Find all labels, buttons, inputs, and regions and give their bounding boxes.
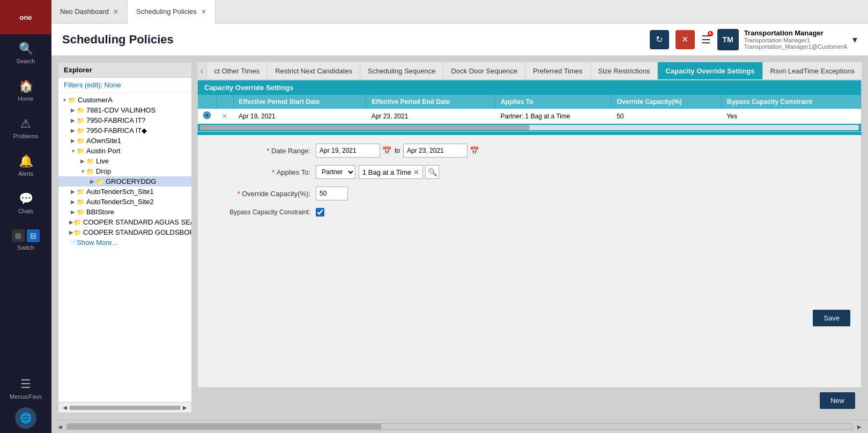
tab-scroll-left[interactable]: ‹ <box>197 62 207 79</box>
page-title: Scheduling Policies <box>62 33 174 47</box>
tab-rsvn-leadtime[interactable]: Rsvn LeadTime Exceptions <box>763 62 862 79</box>
end-date-input[interactable] <box>403 144 468 158</box>
date-range-label: * Date Range: <box>209 147 316 155</box>
sidebar-item-alerts[interactable]: 🔔 Alerts <box>0 147 51 184</box>
tree-item-cooper-aguas[interactable]: ▶ 📁 COOPER STANDARD AGUAS SEALING (3 <box>58 217 191 227</box>
scroll-right-arrow[interactable]: ▶ <box>183 405 187 410</box>
radio-button[interactable] <box>203 111 211 119</box>
tree-item-autotender2[interactable]: ▶ 📁 AutoTenderSch_Site2 <box>58 197 191 207</box>
sidebar-item-chats[interactable]: 💬 Chats <box>0 184 51 222</box>
end-date-calendar-icon[interactable]: 📅 <box>470 146 479 155</box>
tab-restrict-next[interactable]: Restrict Next Candidates <box>268 62 360 79</box>
close-neo-dashboard-tab[interactable]: ✕ <box>113 8 118 16</box>
bottom-scrollbar[interactable] <box>66 423 853 430</box>
tab-neo-dashboard[interactable]: Neo Dashboard ✕ <box>51 0 128 24</box>
tab-capacity-override[interactable]: Capacity Override Settings <box>658 62 762 79</box>
row-delete[interactable]: ✕ <box>216 109 233 124</box>
sidebar-item-search[interactable]: 🔍 Search <box>0 34 51 72</box>
tab-other-times[interactable]: ct Other Times <box>207 62 268 79</box>
tag-input-container: 1 Bag at a Time ✕ 🔍 <box>359 165 439 179</box>
tree-item-aownsite1[interactable]: ▶ 📁 AOwnSite1 <box>58 136 191 146</box>
expand-icon: ▶ <box>69 107 77 113</box>
table-section: Capacity Override Settings Effective Per… <box>197 80 862 132</box>
folder-icon: 📁 <box>77 127 85 135</box>
date-range-row: * Date Range: 📅 to 📅 <box>209 144 850 158</box>
explorer-header: Explorer <box>58 63 191 78</box>
folder-icon: 📁 <box>77 147 85 155</box>
bypass-row: Bypass Capacity Constraint: <box>209 208 850 216</box>
inner-tab-bar: ‹ ct Other Times Restrict Next Candidate… <box>197 62 862 80</box>
tree-item-bbistore[interactable]: ▶ 📁 BBIStore <box>58 207 191 217</box>
sidebar-item-menus[interactable]: ☰ Menus/Favs <box>0 370 51 407</box>
chat-icon: 💬 <box>19 192 33 206</box>
tab-scheduling-sequence[interactable]: Scheduling Sequence <box>360 62 444 79</box>
new-button[interactable]: New <box>820 392 855 409</box>
sidebar-item-problems[interactable]: ⚠ Problems <box>0 109 51 147</box>
expand-icon: ▶ <box>79 158 86 164</box>
tree-item-7950a[interactable]: ▶ 📁 7950-FABRICA IT? <box>58 115 191 125</box>
tree-item-customerA[interactable]: ▾ 📁 CustomerA <box>58 95 191 105</box>
header-actions: ↻ ✕ ☰ ★ TM Transportation Manager Transp… <box>650 29 857 50</box>
bottom-bar: New <box>197 388 862 413</box>
folder-icon: 📁 <box>86 158 94 165</box>
main-panel: ‹ ct Other Times Restrict Next Candidate… <box>197 62 862 413</box>
tag-remove-button[interactable]: ✕ <box>413 168 419 176</box>
tab-dock-door[interactable]: Dock Door Sequence <box>443 62 525 79</box>
tree-item-live[interactable]: ▶ 📁 Live <box>58 156 191 166</box>
top-tab-bar: Neo Dashboard ✕ Scheduling Policies ✕ <box>51 0 868 24</box>
tag-search-button[interactable]: 🔍 <box>425 165 439 179</box>
start-date-input[interactable] <box>316 144 380 158</box>
doc-icon: 📄 <box>69 240 77 245</box>
folder-icon: 📁 <box>77 188 85 196</box>
tab-preferred-times[interactable]: Preferred Times <box>525 62 590 79</box>
tree-item-7881[interactable]: ▶ 📁 7881-CDV VALINHOS <box>58 105 191 115</box>
form-section: * Date Range: 📅 to 📅 <box>197 135 862 388</box>
scroll-left-arrow[interactable]: ◀ <box>63 405 67 410</box>
tree-item-groceryddg[interactable]: ▶ 📁 GROCERYDDG <box>58 176 191 186</box>
folder-icon: 📁 <box>77 137 85 145</box>
tree-item-drop[interactable]: ▾ 📁 Drop <box>58 166 191 176</box>
folder-icon: 📁 <box>86 168 94 175</box>
page-header: Scheduling Policies ↻ ✕ ☰ ★ TM Transport… <box>51 24 868 56</box>
warning-icon: ⚠ <box>20 117 31 131</box>
app-logo[interactable]: one <box>0 0 51 34</box>
avatar: TM <box>717 29 739 50</box>
close-button[interactable]: ✕ <box>676 30 695 49</box>
content-area: Explorer Filters (edit): None ▾ 📁 Custom… <box>51 56 868 420</box>
table-row[interactable]: ✕ Apr 19, 2021 Apr 23, 2021 Partner: 1 B… <box>198 109 861 124</box>
expand-icon: ▶ <box>88 178 96 184</box>
notification-dot: ★ <box>708 31 713 36</box>
tag-item: 1 Bag at a Time ✕ <box>359 165 423 179</box>
expand-icon: ▶ <box>69 117 77 123</box>
tree-item-autotender1[interactable]: ▶ 📁 AutoTenderSch_Site1 <box>58 186 191 197</box>
refresh-button[interactable]: ↻ <box>650 30 669 49</box>
sidebar-item-home[interactable]: 🏠 Home <box>0 72 51 109</box>
globe-button[interactable]: 🌐 <box>15 407 36 429</box>
folder-icon: 📁 <box>77 198 85 206</box>
user-username: Transportation Manager1 <box>744 37 847 43</box>
start-date-calendar-icon[interactable]: 📅 <box>382 146 391 155</box>
tab-scheduling-policies[interactable]: Scheduling Policies ✕ <box>128 0 216 24</box>
sidebar-item-switch[interactable]: ⊞ ⊟ Switch <box>0 222 51 258</box>
close-scheduling-policies-tab[interactable]: ✕ <box>201 8 206 16</box>
tree-item-show-more[interactable]: 📄 Show More... <box>58 237 191 248</box>
delete-icon[interactable]: ✕ <box>221 112 228 121</box>
expand-icon: ▶ <box>69 189 77 195</box>
folder-icon: 📁 <box>68 96 76 104</box>
scroll-right-bottom[interactable]: ▶ <box>857 424 862 430</box>
tree-item-7950b[interactable]: ▶ 📁 7950-FABRICA IT◆ <box>58 125 191 136</box>
row-radio[interactable] <box>198 109 216 124</box>
home-icon: 🏠 <box>19 79 33 93</box>
tab-size-restrictions[interactable]: Size Restrictions <box>591 62 658 79</box>
expand-icon: ▶ <box>69 219 73 225</box>
user-dropdown-arrow[interactable]: ▾ <box>852 34 857 46</box>
tree-item-austin-port[interactable]: ▾ 📁 Austin Port <box>58 146 191 156</box>
scroll-left-bottom[interactable]: ◀ <box>58 424 62 430</box>
bypass-checkbox[interactable] <box>316 208 324 216</box>
tree-item-cooper-goldsboro[interactable]: ▶ 📁 COOPER STANDARD GOLDSBORO <box>58 227 191 237</box>
applies-to-select[interactable]: Partner Site All <box>316 165 355 179</box>
save-button[interactable]: Save <box>813 310 850 326</box>
override-capacity-row: * Override Capacity(%): <box>209 186 850 200</box>
applies-to-row: * Applies To: Partner Site All 1 Bag at … <box>209 165 850 179</box>
override-capacity-input[interactable] <box>316 186 348 200</box>
